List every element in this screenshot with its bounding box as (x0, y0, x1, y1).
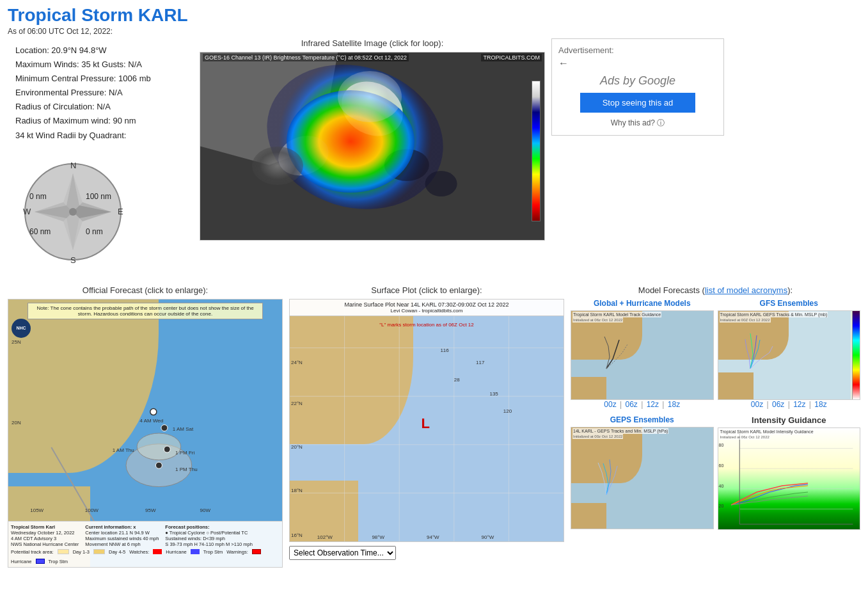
lat-20: 20N (12, 420, 21, 426)
ad-title: Advertisement: (558, 45, 717, 55)
forecast-name: Tropical Storm Karl (11, 524, 55, 530)
global-12z[interactable]: 12z (647, 400, 659, 409)
lat-16: 16°N (291, 532, 303, 538)
forecast-center: Center location 21.1 N 94.9 W (85, 530, 149, 536)
lon-105: 105W (30, 507, 43, 513)
geps-label: 14L KARL - GEPS Tracks and Min. MSLP (hP… (572, 428, 668, 434)
svg-text:1 AM Thu: 1 AM Thu (113, 447, 134, 453)
lat-24: 24°N (291, 360, 303, 365)
lon-90: 90W (200, 507, 210, 513)
forecast-image[interactable]: Note: The cone contains the probable pat… (8, 299, 283, 568)
forecast-legend: Potential track area: Day 1-3 Day 4-5 Wa… (11, 549, 280, 564)
forecast-bottom-info: Tropical Storm Karl Wednesday October 12… (8, 521, 282, 567)
geps-col: GEPS Ensembles 14L KARL - GEPS Tracks an… (571, 415, 714, 530)
svg-point-20 (155, 462, 162, 468)
svg-text:1 AM Sat: 1 AM Sat (173, 426, 194, 431)
lat-18: 18°N (291, 488, 303, 493)
observation-time-select[interactable]: Select Observation Time...00Z Oct 1206Z … (289, 546, 396, 560)
svg-text:0 nm: 0 nm (29, 192, 47, 201)
gfs-18z[interactable]: 18z (814, 400, 826, 409)
storm-l-marker: L (421, 415, 429, 432)
svg-point-19 (137, 433, 180, 460)
pot-track-label: Potential track area: (11, 549, 54, 555)
svg-text:S: S (70, 255, 76, 265)
global-06z[interactable]: 06z (625, 400, 637, 409)
global-model-image[interactable]: Tropical Storm KARL Model Track Guidance… (571, 310, 714, 400)
forecast-positions-label: Forecast positions: (165, 524, 209, 530)
intensity-title: Intensity Guidance (718, 415, 861, 425)
forecast-title[interactable]: Official Forecast (click to enlarge): (8, 285, 283, 295)
global-tracks-svg (571, 311, 713, 399)
intensity-init: Initialized at 06z Oct 12 2022 (720, 435, 770, 440)
model-acronyms-link[interactable]: list of model acronyms (705, 285, 787, 295)
global-models-col: Global + Hurricane Models Tropical Storm… (571, 299, 714, 413)
lon-100: 100W (85, 507, 99, 513)
svg-text:E: E (118, 207, 123, 216)
compass-diagram: N S E W 0 nm 100 nm 60 nm 0 nm (15, 154, 130, 269)
cloud-2 (252, 147, 303, 185)
y-label-2: 60 (719, 463, 724, 468)
gfs-title: GFS Ensembles (718, 299, 861, 308)
surface-select-container[interactable]: Select Observation Time...00Z Oct 1206Z … (289, 546, 564, 560)
env-pressure-text: Environmental Pressure: N/A (15, 86, 185, 100)
gfs-06z[interactable]: 06z (772, 400, 784, 409)
forecast-nhc: NWS National Hurricane Center (11, 541, 79, 547)
lon-95: 95W (145, 507, 155, 513)
lat-25: 25N (12, 339, 21, 345)
global-18z[interactable]: 18z (668, 400, 680, 409)
gfs-label: Tropical Storm KARL GEFS Tracks & Min. M… (720, 312, 828, 317)
gfs-model-links: 00z | 06z | 12z | 18z (718, 400, 861, 409)
pressure-135: 135 (489, 391, 498, 397)
gfs-12z[interactable]: 12z (793, 400, 805, 409)
compass-section: N S E W 0 nm 100 nm 60 nm 0 nm (8, 148, 193, 278)
surface-map-title: Marine Surface Plot Near 14L KARL 07:30Z… (292, 301, 562, 308)
svg-text:60 nm: 60 nm (29, 227, 51, 236)
forecast-current-label: Current information: x (85, 524, 136, 530)
why-ad-text: Why this ad? ⓘ (558, 118, 717, 129)
svg-text:100 nm: 100 nm (86, 192, 111, 201)
cloud-1 (338, 71, 402, 122)
model-bottom-row: GEPS Ensembles 14L KARL - GEPS Tracks an… (571, 415, 860, 530)
forecast-advisory: 4 AM CDT Advisory 3 (11, 536, 56, 541)
forecast-movement: Movement NNW at 6 mph (85, 541, 140, 547)
radius-circ-text: Radius of Circulation: N/A (15, 100, 185, 114)
global-init: Initialized at 06z Oct 12 2022 (572, 317, 623, 323)
svg-text:0 nm: 0 nm (86, 227, 103, 236)
y-label-1: 80 (719, 443, 724, 447)
intensity-svg (718, 428, 860, 529)
svg-text:W: W (23, 207, 31, 216)
official-forecast-section: Official Forecast (click to enlarge): No… (8, 285, 283, 568)
surface-subtitle: "L" marks storm location as of 06Z Oct 1… (290, 322, 564, 328)
svg-text:4 AM Wed: 4 AM Wed (139, 418, 163, 424)
gfs-col: GFS Ensembles Tro (718, 299, 861, 413)
lon-90: 90°W (482, 534, 494, 540)
min-pressure-text: Minimum Central Pressure: 1006 mb (15, 72, 185, 86)
surface-plot-section: Surface Plot (click to enlarge): Marine … (289, 285, 564, 560)
storm-title: Tropical Storm KARL (8, 5, 860, 26)
model-forecasts-section: Model Forecasts (list of model acronyms)… (571, 285, 860, 530)
pressure-28: 28 (454, 377, 460, 383)
svg-point-23 (150, 408, 157, 415)
warnings-label: Warnings: (226, 549, 248, 555)
lat-20: 20°N (291, 444, 303, 450)
as-of-text: As of 06:00 UTC Oct 12, 2022: (8, 27, 860, 36)
global-00z[interactable]: 00z (604, 400, 616, 409)
gfs-00z[interactable]: 00z (751, 400, 763, 409)
gfs-image[interactable]: Tropical Storm KARL GEFS Tracks & Min. M… (718, 310, 861, 400)
geps-tracks-svg (571, 427, 713, 529)
svg-text:1 PM Thu: 1 PM Thu (175, 466, 198, 472)
surface-image[interactable]: Marine Surface Plot Near 14L KARL 07:30Z… (289, 299, 564, 542)
geps-image[interactable]: 14L KARL - GEPS Tracks and Min. MSLP (hP… (571, 427, 714, 529)
gfs-init: Initialized at 00Z Oct 12 2022 (720, 317, 771, 323)
svg-text:1 PM Fri: 1 PM Fri (175, 450, 194, 456)
sat-credit: TROPICALBITS.COM (481, 54, 542, 61)
intensity-image[interactable]: Tropical Storm KARL Model Intensity Guid… (718, 427, 861, 530)
back-arrow-icon[interactable]: ← (558, 58, 569, 68)
satellite-title[interactable]: Infrared Satellite Image (click for loop… (200, 38, 545, 48)
geps-init: Initialized at 00z Oct 12 2022 (572, 434, 623, 439)
radius-wind-text: Radius of Maximum wind: 90 nm (15, 114, 185, 128)
stop-ad-button[interactable]: Stop seeing this ad (580, 93, 695, 113)
satellite-image[interactable]: GOES-16 Channel 13 (IR) Brightness Tempe… (200, 52, 545, 241)
surface-title[interactable]: Surface Plot (click to enlarge): (289, 285, 564, 295)
y-label-3: 40 (719, 484, 724, 488)
